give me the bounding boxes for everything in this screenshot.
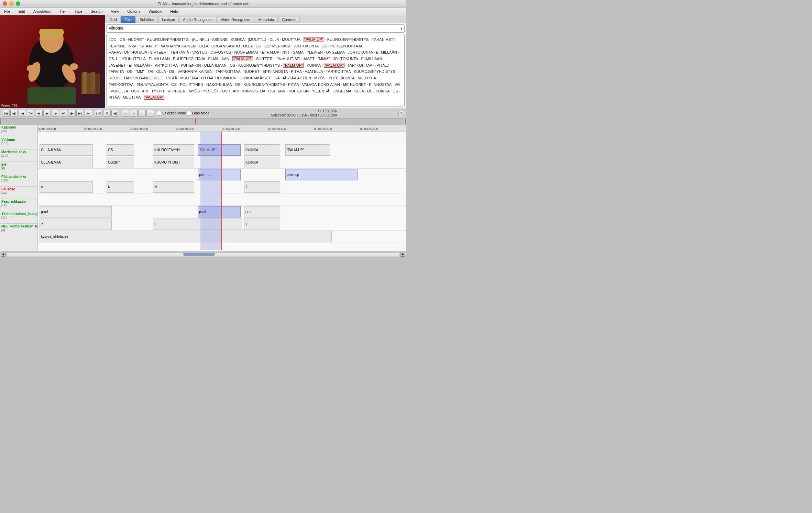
menu-item-type[interactable]: Type bbox=[73, 9, 84, 14]
loop-button[interactable]: ⏭ bbox=[85, 110, 92, 117]
selection-mode-check[interactable]: Selection Mode bbox=[157, 111, 186, 115]
menu-item-search[interactable]: Search bbox=[89, 9, 104, 14]
menu-item-file[interactable]: File bbox=[3, 9, 12, 14]
go-to-end-button[interactable]: ▶| bbox=[76, 110, 84, 117]
tier-name-8: Muu_kompleksinen_lause bbox=[1, 224, 36, 228]
tier-label-yksinkertainen_lausejakso[interactable]: Yksinkertainen_lausejakso[11] bbox=[0, 211, 37, 224]
svg-point-6 bbox=[27, 65, 35, 72]
annotations-inner: OLLA-ILMANOSKUUROJEN^YH"PALM-UP"KUINKA"P… bbox=[38, 132, 406, 250]
annotation-block[interactable]: "PALM-UP" bbox=[285, 144, 330, 156]
menu-item-options[interactable]: Options bbox=[126, 9, 142, 14]
annotation-block[interactable]: OLLA-ILMAN bbox=[40, 157, 93, 168]
annotation-block[interactable]: palm-up bbox=[198, 169, 241, 180]
window-title: ELAN – haastattelut_ttk-deinterlaced-par… bbox=[158, 2, 249, 6]
annotation-block[interactable]: V bbox=[40, 181, 93, 193]
viittoma-dropdown[interactable]: Viittoma bbox=[106, 24, 405, 33]
tab-controls[interactable]: Controls bbox=[278, 16, 300, 23]
menu-item-tier[interactable]: Tier bbox=[58, 9, 67, 14]
tier-label-viittoma[interactable]: Viittoma[116] bbox=[0, 137, 37, 149]
annotation-block[interactable]: OS:dem bbox=[107, 157, 134, 168]
menu-item-edit[interactable]: Edit bbox=[17, 9, 26, 14]
ruler-tick-7 bbox=[360, 129, 360, 131]
annotation-block[interactable]: N bbox=[153, 181, 194, 193]
annotation-block[interactable]: kysyvä_ehtolause bbox=[40, 231, 332, 242]
arrow-left-button[interactable]: ← bbox=[122, 110, 129, 117]
annotation-block[interactable]: ? bbox=[153, 219, 242, 230]
tier-count-6: [12] bbox=[1, 203, 36, 207]
annotation-block[interactable]: KUURO YHDIST bbox=[153, 157, 194, 168]
annotation-block[interactable]: N bbox=[107, 181, 134, 193]
tier-row-ele: palm-uppalm-up bbox=[38, 169, 406, 181]
step-back-button[interactable]: ◀ bbox=[19, 110, 26, 117]
menu-item-help[interactable]: Help bbox=[169, 9, 179, 14]
selection-mode-checkbox[interactable] bbox=[157, 111, 161, 115]
next-annotation-button[interactable]: |▶ bbox=[68, 110, 76, 117]
menu-item-window[interactable]: Window bbox=[147, 9, 163, 14]
back-to-selection-button[interactable]: ◀| bbox=[111, 110, 119, 117]
tab-text[interactable]: Text bbox=[121, 16, 135, 23]
go-to-beginning-button[interactable]: |◀ bbox=[2, 110, 10, 117]
annotation-block[interactable]: pred bbox=[244, 206, 280, 218]
arrow-right-button[interactable]: → bbox=[130, 110, 138, 117]
annotation-block[interactable]: KUUROJEN^YH bbox=[153, 144, 194, 156]
annotation-block[interactable]: pred bbox=[40, 206, 112, 218]
annotation-block[interactable]: KUINKA bbox=[244, 157, 280, 168]
annotation-block[interactable]: KUINKA bbox=[244, 144, 280, 156]
ruler-tick-1 bbox=[84, 129, 84, 131]
timeline-annotations[interactable]: 00:00:29.40000:00:29.60000:00:29.80000:0… bbox=[38, 125, 406, 251]
menu-item-annotation[interactable]: Annotation bbox=[32, 9, 53, 14]
scroll-thumb[interactable] bbox=[183, 253, 215, 256]
svg-rect-7 bbox=[28, 87, 76, 104]
tab-audio-recognizer[interactable]: Audio Recognizer bbox=[179, 16, 217, 23]
expand-button[interactable]: ⇕ bbox=[398, 111, 404, 116]
tier-label-muu_kompleksinen_lause[interactable]: Muu_kompleksinen_lause[4] bbox=[0, 224, 37, 236]
tab-metadata[interactable]: Metadata bbox=[255, 16, 278, 23]
loop-mode-check[interactable]: Loop Mode bbox=[187, 111, 209, 115]
annotation-block[interactable]: ? bbox=[244, 219, 280, 230]
ruler-time-7: 00:00:30.800 bbox=[360, 127, 378, 131]
tier-label-lauseke[interactable]: Lauseke[12] bbox=[0, 187, 37, 199]
slow-button[interactable]: S bbox=[103, 110, 111, 117]
tier-label-ele[interactable]: Ele[8] bbox=[0, 162, 37, 174]
tab-grid[interactable]: Grid bbox=[106, 16, 121, 23]
next-frame-button[interactable]: |▶ bbox=[52, 110, 59, 117]
play-button[interactable]: ▶ bbox=[43, 110, 51, 117]
tier-row-yksinkertainen_lausejakso: ??? bbox=[38, 218, 406, 231]
annotation-block[interactable]: "PALM-UP" bbox=[198, 144, 241, 156]
tier-label-morfeemi_sekv[interactable]: Morfeemi_sekv[140] bbox=[0, 149, 37, 162]
menu-item-view[interactable]: View bbox=[110, 9, 121, 14]
digital-slow-button[interactable]: ▷S bbox=[95, 110, 102, 117]
tab-subtitles[interactable]: Subtitles bbox=[136, 16, 158, 23]
timeline-left-handle[interactable] bbox=[0, 119, 1, 124]
annotation-block[interactable]: pred bbox=[198, 206, 241, 218]
scroll-left-button[interactable]: ◀ bbox=[1, 252, 6, 257]
tier-label-käännös[interactable]: Käännös[16] bbox=[0, 125, 37, 137]
annotation-block[interactable]: OS bbox=[107, 144, 134, 156]
tier-count-4: [108] bbox=[1, 179, 36, 182]
annotation-block[interactable]: ? bbox=[244, 181, 280, 193]
transport-buttons: |◀ ◀| ◀ F◀ ◀| ▶ |▶ ▶F |▶ ▶| ⏭ ▷S S ◀| ← … bbox=[2, 110, 209, 117]
close-button[interactable] bbox=[3, 1, 7, 6]
ruler-tick-4 bbox=[222, 129, 222, 131]
tier-count-1: [116] bbox=[1, 142, 36, 145]
frame-forward-button[interactable]: ▶F bbox=[60, 110, 67, 117]
frame-back-button[interactable]: F◀ bbox=[27, 110, 34, 117]
tier-label-pääpredikaatio[interactable]: Pääpredikaatio[12] bbox=[0, 199, 37, 211]
arrow-up-button[interactable]: ↑ bbox=[146, 110, 154, 117]
prev-annotation-button[interactable]: ◀| bbox=[10, 110, 18, 117]
annotation-block[interactable]: ? bbox=[40, 219, 112, 230]
loop-mode-checkbox[interactable] bbox=[187, 111, 191, 115]
annotation-block[interactable]: OLLA-ILMAN bbox=[40, 144, 93, 156]
scroll-right-button[interactable]: ▶ bbox=[400, 252, 405, 257]
tier-name-0: Käännös bbox=[1, 125, 36, 129]
annotation-block[interactable]: palm-up bbox=[285, 169, 358, 180]
right-panel: GridTextSubtitlesLexiconAudio Recognizer… bbox=[105, 15, 406, 108]
timeline-right-handle[interactable] bbox=[405, 119, 406, 124]
prev-frame-button[interactable]: ◀| bbox=[35, 110, 43, 117]
tab-video-recognizer[interactable]: Video Recognizer bbox=[217, 16, 254, 23]
maximize-button[interactable] bbox=[16, 1, 20, 6]
tab-lexicon[interactable]: Lexicon bbox=[158, 16, 179, 23]
minimize-button[interactable] bbox=[9, 1, 14, 6]
arrow-down-button[interactable]: ↓ bbox=[138, 110, 146, 117]
tier-label-pääsanaluokka[interactable]: Pääsanaluokka[108] bbox=[0, 174, 37, 187]
